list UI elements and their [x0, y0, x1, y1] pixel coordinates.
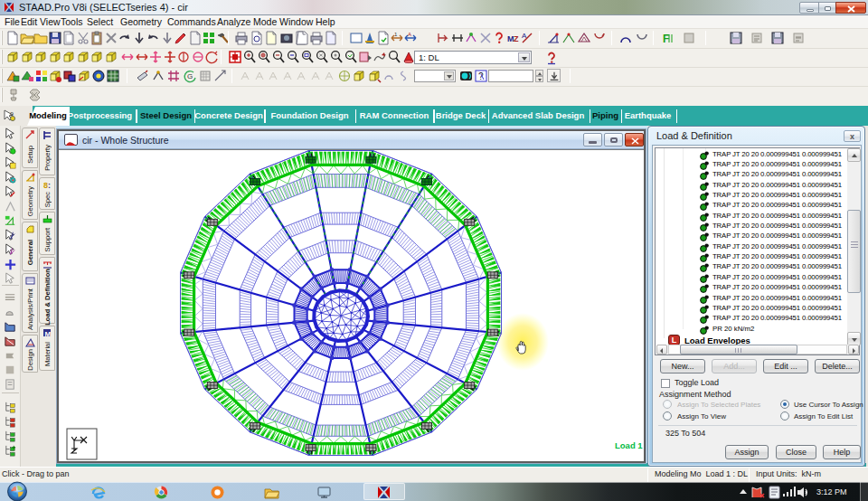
svg-text:?: ? — [478, 71, 484, 81]
svg-text:1: 1 — [394, 32, 398, 37]
svg-text:G: G — [187, 72, 193, 80]
svg-text:F: F — [663, 33, 669, 45]
svg-text:o: o — [10, 110, 14, 117]
svg-text:Z: Z — [514, 34, 519, 43]
svg-text:M: M — [45, 330, 52, 338]
svg-text:A: A — [522, 32, 527, 40]
svg-text::: : — [48, 181, 51, 190]
svg-text:A: A — [408, 32, 411, 37]
svg-text:Load 1: Load 1 — [615, 440, 643, 450]
